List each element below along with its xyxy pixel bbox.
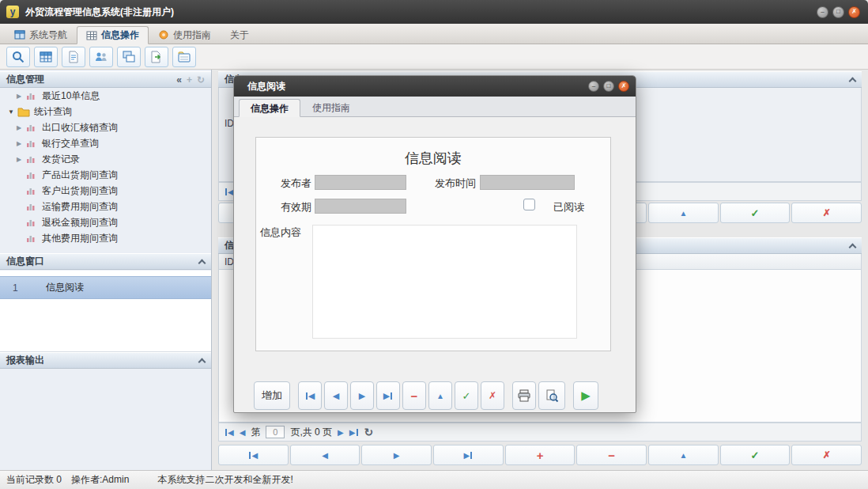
tree-item-export-verify-query[interactable]: ▶ 出口收汇核销查询	[0, 119, 211, 135]
chevron-down-icon[interactable]: ▼	[6, 108, 16, 116]
users-icon[interactable]	[89, 47, 113, 67]
dialog-body: 信息阅读 发布者 发布时间 有效期 已阅读 信息内容 增加 ◀ ◀ ▶ ▶ − …	[234, 117, 636, 412]
dialog-close-button[interactable]: ✗	[618, 81, 629, 92]
preview-button[interactable]	[538, 381, 565, 410]
chevron-right-icon[interactable]: ▶	[14, 93, 24, 100]
info-window-list: 1 信息阅读	[0, 271, 211, 352]
tab-label: 使用指南	[173, 28, 211, 42]
record-count-text: 当前记录数 0	[6, 473, 62, 487]
add-button[interactable]: 增加	[254, 381, 290, 410]
post-record-button[interactable]: ✓	[720, 203, 791, 223]
stats-icon	[25, 122, 38, 133]
tab-label: 关于	[230, 28, 249, 42]
last-record-button[interactable]: ▶	[376, 381, 400, 410]
post-record-button[interactable]: ✓	[720, 445, 791, 465]
first-record-button[interactable]: ◀	[298, 381, 322, 410]
run-button[interactable]: ▶	[573, 381, 598, 410]
collapse-up-icon[interactable]	[198, 358, 206, 366]
printer-icon	[517, 389, 531, 403]
dialog-titlebar[interactable]: 信息阅读 – □ ✗	[234, 76, 636, 97]
prev-record-button[interactable]: ◀	[290, 445, 360, 465]
refresh-icon[interactable]: ↻	[364, 426, 374, 438]
dialog-tab-info-operation[interactable]: 信息操作	[239, 99, 300, 117]
help-icon	[158, 29, 169, 40]
print-button[interactable]	[512, 381, 536, 410]
list-item-info-read[interactable]: 1 信息阅读	[0, 276, 211, 299]
main-tabbar: 系统导航 信息操作 使用指南 关于	[0, 24, 868, 44]
chevron-right-icon[interactable]: ▶	[14, 156, 24, 163]
search-icon[interactable]	[6, 47, 30, 67]
dialog-maximize-button[interactable]: □	[603, 81, 614, 92]
close-button[interactable]: ✗	[848, 6, 860, 18]
first-page-button[interactable]: ◀	[225, 188, 234, 196]
first-page-button[interactable]: ◀	[225, 428, 234, 437]
bottom-pagination-bar: ◀ ◀ 第 页,共 0 页 ▶ ▶ ↻	[218, 423, 862, 442]
content-label: 信息内容	[260, 226, 301, 240]
last-record-button[interactable]: ▶	[433, 445, 504, 465]
tree-item-recent10[interactable]: ▶ 最近10单信息	[0, 88, 211, 104]
publish-time-field[interactable]	[480, 175, 575, 190]
read-checkbox[interactable]	[523, 199, 535, 210]
tree-item-customer-shipment-period[interactable]: ▶ 客户出货期间查询	[0, 183, 211, 199]
page-suffix: 页,共 0 页	[290, 426, 332, 439]
preview-icon	[545, 389, 559, 403]
collapse-up-icon[interactable]	[849, 243, 857, 251]
table-icon[interactable]	[34, 47, 58, 67]
valid-period-label: 有效期	[262, 200, 311, 214]
refresh-icon[interactable]: ↻	[197, 74, 205, 85]
tree-item-product-shipment-period[interactable]: ▶ 产品出货期间查询	[0, 167, 211, 183]
maximize-button[interactable]: □	[832, 6, 844, 18]
tree-item-transport-cost-period[interactable]: ▶ 运输费用期间查询	[0, 199, 211, 214]
tab-user-guide[interactable]: 使用指南	[149, 25, 221, 44]
edit-record-button[interactable]: ▲	[428, 381, 452, 410]
chevron-right-icon[interactable]: ▶	[14, 140, 24, 147]
dialog-tab-user-guide[interactable]: 使用指南	[300, 98, 362, 116]
minimize-button[interactable]: –	[817, 6, 828, 18]
tab-system-navigation[interactable]: 系统导航	[5, 25, 77, 44]
tree-item-shipping-records[interactable]: ▶ 发货记录	[0, 151, 211, 167]
collapse-up-icon[interactable]	[198, 259, 206, 267]
next-record-button[interactable]: ▶	[350, 381, 374, 410]
form-heading: 信息阅读	[256, 149, 610, 168]
content-textarea[interactable]	[312, 225, 577, 339]
bottom-record-toolbar: ◀ ◀ ▶ ▶ + − ▲ ✓ ✗	[218, 445, 862, 465]
first-record-button[interactable]: ◀	[218, 445, 289, 465]
prev-record-button[interactable]: ◀	[324, 381, 348, 410]
export-icon[interactable]	[145, 47, 168, 67]
cancel-record-button[interactable]: ✗	[791, 203, 862, 223]
dialog-tabbar: 信息操作 使用指南	[234, 97, 636, 117]
edit-record-button[interactable]: ▲	[648, 203, 719, 223]
delete-record-button[interactable]: −	[402, 381, 426, 410]
post-record-button[interactable]: ✓	[455, 381, 478, 410]
prev-page-button[interactable]: ◀	[240, 428, 246, 437]
play-icon: ▶	[581, 389, 591, 403]
tree-item-stats-query[interactable]: ▼ 统计查询	[0, 104, 211, 119]
stats-icon	[25, 138, 38, 149]
read-label: 已阅读	[553, 200, 584, 214]
next-page-button[interactable]: ▶	[338, 428, 344, 437]
cancel-record-button[interactable]: ✗	[481, 381, 504, 410]
collapse-up-icon[interactable]	[849, 77, 857, 85]
document-icon[interactable]	[62, 47, 85, 67]
delete-record-button[interactable]: −	[576, 445, 647, 465]
tab-info-operation[interactable]: 信息操作	[77, 26, 149, 44]
windows-icon[interactable]	[117, 47, 141, 67]
last-page-button[interactable]: ▶	[349, 428, 359, 437]
page-number-input[interactable]	[266, 426, 285, 438]
stats-icon	[25, 90, 38, 101]
tree-item-bank-docs-query[interactable]: ▶ 银行交单查询	[0, 135, 211, 151]
publisher-field[interactable]	[315, 175, 406, 190]
dialog-minimize-button[interactable]: –	[588, 81, 599, 92]
add-icon[interactable]: +	[187, 74, 192, 85]
insert-record-button[interactable]: +	[505, 445, 576, 465]
edit-record-button[interactable]: ▲	[648, 445, 719, 465]
cards-icon[interactable]	[172, 47, 196, 67]
cancel-record-button[interactable]: ✗	[791, 445, 862, 465]
tree-item-other-cost-period[interactable]: ▶ 其他费用期间查询	[0, 230, 211, 246]
tree-item-tax-refund-period[interactable]: ▶ 退税金额期间查询	[0, 214, 211, 230]
valid-period-field[interactable]	[315, 199, 406, 214]
next-record-button[interactable]: ▶	[361, 445, 432, 465]
chevron-right-icon[interactable]: ▶	[14, 124, 24, 131]
tab-about[interactable]: 关于	[221, 25, 259, 44]
collapse-left-icon[interactable]: «	[176, 74, 182, 85]
